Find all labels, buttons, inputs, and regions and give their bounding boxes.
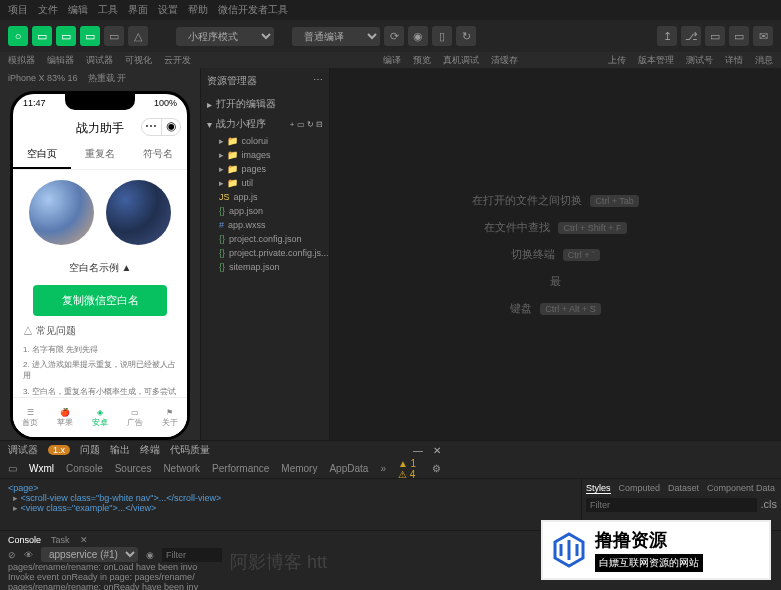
hint-text: 最 bbox=[550, 275, 561, 287]
open-editors[interactable]: ▸ 打开的编辑器 bbox=[201, 94, 329, 114]
menu-item[interactable]: 微信开发者工具 bbox=[218, 3, 288, 17]
nav-about[interactable]: ⚑关于 bbox=[152, 398, 187, 437]
dt-tab[interactable]: 输出 bbox=[110, 443, 130, 457]
filter-input[interactable] bbox=[586, 498, 757, 512]
file-item[interactable]: {} project.config.json bbox=[201, 232, 329, 246]
styles-tab[interactable]: Styles bbox=[586, 483, 611, 494]
computed-tab[interactable]: Computed bbox=[619, 483, 661, 494]
explorer-title: 资源管理器 bbox=[207, 74, 257, 88]
dt-tab[interactable]: 问题 bbox=[80, 443, 100, 457]
task-tab[interactable]: Task bbox=[51, 535, 70, 545]
folder-item[interactable]: ▸ 📁 util bbox=[201, 176, 329, 190]
logo-icon bbox=[549, 530, 589, 570]
copy-button[interactable]: 复制微信空白名 bbox=[33, 285, 167, 316]
dataset-tab[interactable]: Dataset bbox=[668, 483, 699, 494]
folder-item[interactable]: ▸ 📁 pages bbox=[201, 162, 329, 176]
cloud-button[interactable]: △ bbox=[128, 26, 148, 46]
network-tab[interactable]: Network bbox=[163, 463, 200, 474]
avatar-2[interactable] bbox=[106, 180, 171, 245]
component-tab[interactable]: Component Data bbox=[707, 483, 775, 494]
time: 11:47 bbox=[23, 98, 46, 112]
menu-item[interactable]: 编辑 bbox=[68, 3, 88, 17]
tab-blank[interactable]: 空白页 bbox=[13, 141, 71, 169]
file-item[interactable]: {} app.json bbox=[201, 204, 329, 218]
wxml-code[interactable]: <page> ▸ <scroll-view class="bg-white na… bbox=[0, 479, 581, 530]
console-tab[interactable]: Console bbox=[8, 535, 41, 545]
clear-icon[interactable]: ⊘ bbox=[8, 550, 16, 560]
appdata-tab[interactable]: AppData bbox=[329, 463, 368, 474]
hot-reload[interactable]: 热重载 开 bbox=[88, 73, 127, 83]
hint-text: 键盘 bbox=[510, 302, 532, 314]
label: 详情 bbox=[725, 54, 743, 67]
eye-icon[interactable]: 👁 bbox=[24, 550, 33, 560]
toolbar: ○ ▭ ▭ ▭ ▭ △ 小程序模式 普通编译 ⟳ ◉ ▯ ↻ ↥ ⎇ ▭ ▭ ✉ bbox=[0, 20, 781, 52]
capsule-button[interactable]: ⋯◉ bbox=[141, 118, 181, 136]
context-select[interactable]: appservice (#1) bbox=[41, 547, 138, 562]
avatar-1[interactable] bbox=[29, 180, 94, 245]
compile-select[interactable]: 普通编译 bbox=[292, 27, 380, 46]
folder-item[interactable]: ▸ 📁 colorui bbox=[201, 134, 329, 148]
mode-select[interactable]: 小程序模式 bbox=[176, 27, 274, 46]
folder-item[interactable]: ▸ 📁 images bbox=[201, 148, 329, 162]
menu-item[interactable]: 设置 bbox=[158, 3, 178, 17]
memory-tab[interactable]: Memory bbox=[281, 463, 317, 474]
visual-button[interactable]: ▭ bbox=[104, 26, 124, 46]
file-item[interactable]: JS app.js bbox=[201, 190, 329, 204]
close-icon[interactable]: ✕ bbox=[433, 445, 441, 456]
inspect-icon[interactable]: ▭ bbox=[8, 463, 17, 474]
hint-text: 切换终端 bbox=[511, 248, 555, 260]
device-debug-icon[interactable]: ▯ bbox=[432, 26, 452, 46]
minimize-icon[interactable]: — bbox=[413, 445, 423, 456]
nav-ad[interactable]: ▭广告 bbox=[117, 398, 152, 437]
test-icon[interactable]: ▭ bbox=[705, 26, 725, 46]
tab-repeat[interactable]: 重复名 bbox=[71, 141, 129, 169]
simulator-button[interactable]: ▭ bbox=[32, 26, 52, 46]
dt-tab[interactable]: 代码质量 bbox=[170, 443, 210, 457]
label: 调试器 bbox=[86, 54, 113, 67]
tab-symbol[interactable]: 符号名 bbox=[129, 141, 187, 169]
avatar-icon[interactable]: ○ bbox=[8, 26, 28, 46]
badge: 1.x bbox=[48, 445, 70, 455]
editor-button[interactable]: ▭ bbox=[56, 26, 76, 46]
label: 编译 bbox=[383, 54, 401, 67]
clear-cache-icon[interactable]: ↻ bbox=[456, 26, 476, 46]
console-filter[interactable] bbox=[162, 548, 222, 562]
dt-tab[interactable]: 终端 bbox=[140, 443, 160, 457]
performance-tab[interactable]: Performance bbox=[212, 463, 269, 474]
project-name[interactable]: ▾ 战力小程序 + ▭ ↻ ⊟ bbox=[201, 114, 329, 134]
version-icon[interactable]: ⎇ bbox=[681, 26, 701, 46]
bottom-nav: ☰首页 🍎苹果 ◈安卓 ▭广告 ⚑关于 bbox=[13, 397, 187, 437]
warnings[interactable]: ▲ 1 ⚠ 4 bbox=[398, 458, 420, 480]
menu-item[interactable]: 文件 bbox=[38, 3, 58, 17]
more-icon[interactable]: ⋯ bbox=[313, 74, 323, 88]
console-tab[interactable]: Console bbox=[66, 463, 103, 474]
menu-item[interactable]: 帮助 bbox=[188, 3, 208, 17]
compile-icon[interactable]: ⟳ bbox=[384, 26, 404, 46]
menu-item[interactable]: 界面 bbox=[128, 3, 148, 17]
menu-item[interactable]: 项目 bbox=[8, 3, 28, 17]
upload-icon[interactable]: ↥ bbox=[657, 26, 677, 46]
section-title: 空白名示例 ▲ bbox=[13, 255, 187, 281]
debugger-button[interactable]: ▭ bbox=[80, 26, 100, 46]
hint-text: 在文件中查找 bbox=[484, 221, 550, 233]
simulator-panel: iPhone X 83% 16 热重载 开 11:47 100% 战力助手 ⋯◉… bbox=[0, 68, 200, 440]
message-icon[interactable]: ✉ bbox=[753, 26, 773, 46]
nav-apple[interactable]: 🍎苹果 bbox=[48, 398, 83, 437]
nav-home[interactable]: ☰首页 bbox=[13, 398, 48, 437]
menu-item[interactable]: 工具 bbox=[98, 3, 118, 17]
file-item[interactable]: {} sitemap.json bbox=[201, 260, 329, 274]
sources-tab[interactable]: Sources bbox=[115, 463, 152, 474]
label: 真机调试 bbox=[443, 54, 479, 67]
close-icon[interactable]: ✕ bbox=[80, 535, 88, 545]
device-info[interactable]: iPhone X 83% 16 bbox=[8, 73, 78, 83]
settings-icon[interactable]: ⚙ bbox=[432, 463, 441, 474]
file-item[interactable]: {} project.private.config.js... bbox=[201, 246, 329, 260]
preview-icon[interactable]: ◉ bbox=[408, 26, 428, 46]
cls-toggle[interactable]: .cls bbox=[761, 498, 778, 512]
details-icon[interactable]: ▭ bbox=[729, 26, 749, 46]
dt-tab[interactable]: 调试器 bbox=[8, 443, 38, 457]
file-item[interactable]: # app.wxss bbox=[201, 218, 329, 232]
eye-icon[interactable]: ◉ bbox=[146, 550, 154, 560]
wxml-tab[interactable]: Wxml bbox=[29, 463, 54, 474]
nav-android[interactable]: ◈安卓 bbox=[83, 398, 118, 437]
